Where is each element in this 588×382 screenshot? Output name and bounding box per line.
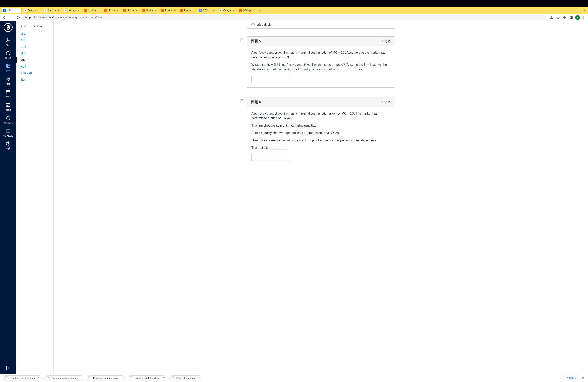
share-icon[interactable] <box>549 15 554 20</box>
new-tab-button[interactable]: + <box>257 8 262 13</box>
nav-back-button[interactable] <box>1 15 7 20</box>
close-icon[interactable]: × <box>17 9 20 12</box>
course-nav-link[interactable]: 成績 <box>16 64 53 70</box>
chevron-up-icon[interactable] <box>121 377 123 380</box>
chevron-up-icon[interactable] <box>162 377 165 380</box>
file-icon: 📄 <box>129 376 133 380</box>
file-icon: 📄 <box>88 376 91 380</box>
close-icon[interactable]: × <box>192 9 195 12</box>
course-nav-link[interactable]: 文檔 <box>16 43 53 50</box>
download-item[interactable]: 📄Problem_soluti....docx <box>86 375 125 381</box>
tab-separator <box>42 8 42 12</box>
browser-tab[interactable]: ✎測驗：C× <box>1 8 21 13</box>
tab-separator <box>178 8 178 12</box>
tab-title: 1. | Che <box>88 9 96 12</box>
course-nav-link[interactable]: 教學大綱 <box>16 70 53 77</box>
svg-point-3 <box>584 17 584 18</box>
browser-tab[interactable]: C| Chege× <box>237 8 257 13</box>
browser-tab[interactable]: CPost a× <box>159 8 177 13</box>
close-icon[interactable]: × <box>77 9 80 12</box>
global-nav-help[interactable]: 支援 <box>3 139 13 152</box>
global-nav-groups[interactable]: 群組 <box>3 74 13 87</box>
close-icon[interactable]: × <box>173 9 176 12</box>
close-icon[interactable]: × <box>154 9 157 12</box>
tab-overflow-icon[interactable] <box>583 9 587 12</box>
question-points: 1 分數 <box>382 100 391 104</box>
institution-logo[interactable] <box>4 23 13 32</box>
nav-forward-button[interactable] <box>9 15 14 20</box>
tab-favicon: zy <box>44 9 47 12</box>
global-nav-media[interactable]: My Media <box>3 127 13 139</box>
answer-input[interactable] <box>252 154 290 161</box>
download-item[interactable]: 📄Peer 11_17.docx <box>169 375 202 381</box>
browser-tab[interactable]: ≡ECON 1× <box>197 8 217 13</box>
browser-tab[interactable]: ✎Feedba× <box>22 8 41 13</box>
browser-tab[interactable]: C1. | Che× <box>83 8 102 13</box>
course-nav-link[interactable]: 測驗 <box>16 57 53 64</box>
browser-tab[interactable]: CPost a× <box>178 8 196 13</box>
svg-point-7 <box>9 26 9 27</box>
close-icon[interactable]: × <box>97 9 100 12</box>
course-nav-link[interactable]: 作業 <box>16 50 53 57</box>
close-icon[interactable]: × <box>37 9 40 12</box>
tab-title: Your qu <box>68 9 76 12</box>
chevron-up-icon[interactable] <box>198 377 200 380</box>
global-nav-history[interactable]: 歷史記錄 <box>3 114 13 127</box>
browser-tab[interactable]: CPost a× <box>122 8 140 13</box>
browser-tab[interactable]: zySection× <box>42 8 61 13</box>
nav-label: 群組 <box>6 82 10 85</box>
global-nav-inbox[interactable]: 收件匣 <box>3 101 13 114</box>
svg-rect-15 <box>6 90 10 94</box>
side-panel-icon[interactable] <box>568 15 574 20</box>
question-6: 問題 6 1 分數 A perfectly competitive firm h… <box>247 97 395 166</box>
close-icon[interactable]: × <box>232 9 235 12</box>
browser-tab-strip: ✎測驗：C×✎Feedba×zySection×MYour qu×C1. | C… <box>0 7 588 14</box>
global-nav-dashboard[interactable]: 儀表板 <box>3 48 13 62</box>
svg-point-2 <box>584 16 584 17</box>
close-icon[interactable]: × <box>212 9 215 12</box>
radio-input[interactable] <box>252 23 254 26</box>
question-header: 問題 5 1 分數 <box>247 36 395 46</box>
download-item[interactable]: 📄Problem_soluti....docx <box>127 375 167 381</box>
flag-question-icon[interactable] <box>240 99 244 104</box>
svg-rect-21 <box>6 129 10 132</box>
browser-tab[interactable]: CPost a× <box>103 8 121 13</box>
answer-input[interactable] <box>252 76 290 83</box>
close-downloads-icon[interactable]: × <box>581 376 585 380</box>
course-nav-link[interactable]: 協作 <box>16 77 53 83</box>
close-icon[interactable]: × <box>135 9 138 12</box>
file-icon: 📄 <box>171 376 174 380</box>
browser-tab[interactable]: ◆Google× <box>218 8 236 13</box>
question-header: 問題 6 1 分數 <box>247 97 395 107</box>
browser-tab[interactable]: MYour qu× <box>62 8 82 13</box>
bookmark-icon[interactable] <box>555 15 561 20</box>
show-all-downloads[interactable]: 全部顯示 <box>564 375 578 381</box>
download-item[interactable]: 📄Problem_soluti....docx <box>44 375 83 381</box>
profile-avatar[interactable]: H <box>575 15 580 20</box>
nav-collapse-button[interactable] <box>6 363 10 374</box>
close-icon[interactable]: × <box>252 9 255 12</box>
global-nav-account[interactable]: 帳戶 <box>3 35 13 48</box>
nav-label: My Media <box>3 134 13 137</box>
close-icon[interactable]: × <box>116 9 119 12</box>
extensions-icon[interactable] <box>562 15 567 20</box>
svg-point-14 <box>8 78 10 79</box>
browser-tab[interactable]: CPost a× <box>141 8 158 13</box>
question-text: Given this information, what is the shor… <box>252 138 390 143</box>
url-field[interactable]: psu.instructure.com/courses/2212855/quiz… <box>22 15 547 21</box>
browser-address-bar: psu.instructure.com/courses/2212855/quiz… <box>0 14 588 21</box>
kebab-menu-icon[interactable] <box>581 15 587 20</box>
close-icon[interactable]: × <box>57 9 60 12</box>
chevron-up-icon[interactable] <box>38 377 40 380</box>
flag-question-icon[interactable] <box>240 38 244 43</box>
download-item[interactable]: 📄Problem_soluti....docx <box>3 375 42 381</box>
file-icon: 📄 <box>46 376 50 380</box>
course-nav-link[interactable]: 首頁 <box>16 30 53 37</box>
global-nav-courses[interactable]: 課程 <box>3 62 13 74</box>
course-nav-link[interactable]: 通告 <box>16 37 53 43</box>
chevron-up-icon[interactable] <box>79 377 82 380</box>
radio-option[interactable]: price dealer <box>252 23 390 26</box>
global-nav-calendar[interactable]: 行事曆 <box>3 87 13 101</box>
nav-reload-button[interactable] <box>16 15 21 20</box>
url-text: psu.instructure.com/courses/2212855/quiz… <box>29 16 102 19</box>
